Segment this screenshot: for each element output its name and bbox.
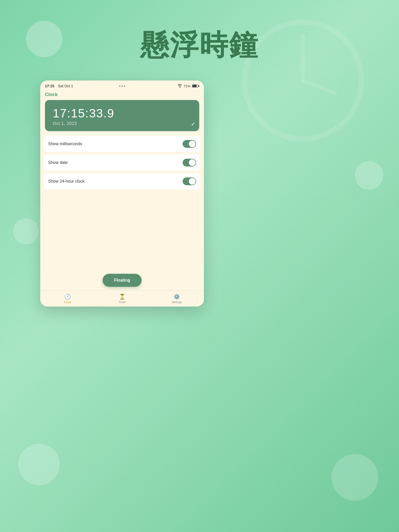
clock-time: 17:15:33.9 <box>53 106 191 120</box>
wifi-icon <box>177 84 182 88</box>
tab-timer[interactable]: ⏳ Timer <box>95 294 149 304</box>
tab-clock[interactable]: 🕐 Clock <box>40 294 95 304</box>
clock-tab-icon: 🕐 <box>64 294 71 300</box>
status-dot-2 <box>122 85 123 87</box>
floating-btn-wrapper: Floating <box>40 269 204 290</box>
clock-date: Oct 1, 2022 <box>53 121 191 126</box>
app-frame: 17:15 Sat Oct 1 71% <box>40 81 204 307</box>
setting-label-24hour: Show 24-hour clock <box>48 179 85 184</box>
bg-decoration-circle-5 <box>331 454 378 501</box>
status-left: 17:15 Sat Oct 1 <box>45 84 73 88</box>
tab-bar: 🕐 Clock ⏳ Timer ⚙️ Settings <box>40 290 204 307</box>
resize-icon[interactable] <box>190 122 196 128</box>
settings-tab-icon: ⚙️ <box>174 294 180 300</box>
clock-tab-label: Clock <box>64 301 71 304</box>
status-date: Sat Oct 1 <box>58 84 73 88</box>
status-right: 71% <box>177 84 199 88</box>
setting-row-24hour: Show 24-hour clock <box>44 173 200 189</box>
page-title: 懸浮時鐘 <box>0 26 399 65</box>
svg-line-2 <box>303 81 335 94</box>
battery-icon <box>192 84 199 88</box>
settings-section: Show milliseconds Show date Show 24-hour… <box>40 136 204 269</box>
setting-label-date: Show date <box>48 160 68 165</box>
setting-row-date: Show date <box>44 155 200 171</box>
status-time: 17:15 <box>45 84 54 88</box>
toggle-date[interactable] <box>183 159 196 167</box>
svg-point-3 <box>179 87 180 88</box>
setting-row-milliseconds: Show milliseconds <box>44 136 200 152</box>
bg-decoration-circle-3 <box>18 444 60 485</box>
timer-tab-icon: ⏳ <box>119 294 125 300</box>
status-dot-1 <box>119 85 121 87</box>
battery-percent: 71% <box>184 84 190 88</box>
bg-decoration-circle-4 <box>355 161 383 190</box>
floating-button[interactable]: Floating <box>103 274 142 287</box>
settings-tab-label: Settings <box>171 301 182 304</box>
setting-label-milliseconds: Show milliseconds <box>48 142 82 146</box>
timer-tab-label: Timer <box>118 301 126 304</box>
toggle-24hour[interactable] <box>183 177 196 185</box>
toggle-milliseconds[interactable] <box>183 140 196 148</box>
clock-display: 17:15:33.9 Oct 1, 2022 <box>45 100 199 131</box>
app-header-title: Clock <box>45 92 58 97</box>
app-header: Clock <box>40 90 204 100</box>
clock-display-wrapper: 17:15:33.9 Oct 1, 2022 <box>40 100 204 136</box>
status-bar: 17:15 Sat Oct 1 71% <box>40 81 204 90</box>
status-dots <box>119 85 125 87</box>
tab-settings[interactable]: ⚙️ Settings <box>149 294 204 304</box>
status-dot-3 <box>124 85 125 87</box>
bg-decoration-circle-2 <box>13 218 39 244</box>
